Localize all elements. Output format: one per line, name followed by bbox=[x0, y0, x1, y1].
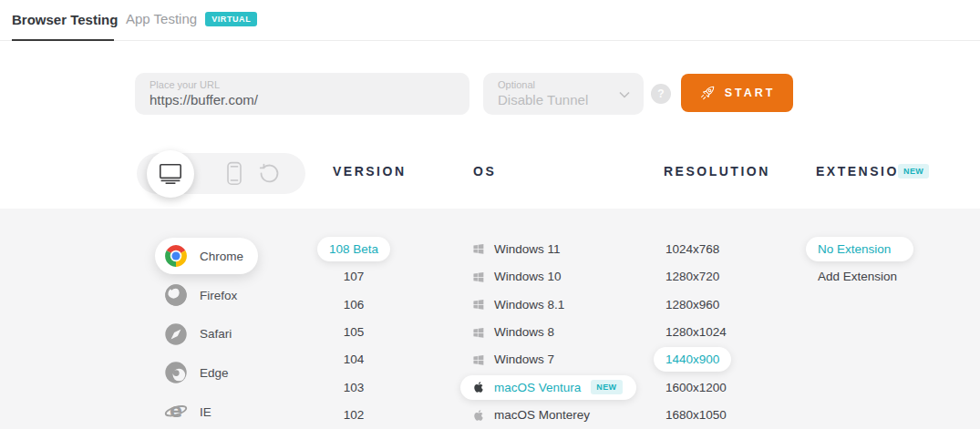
version-header: VERSION bbox=[333, 164, 407, 179]
os-header: OS bbox=[473, 164, 496, 179]
version-option[interactable]: 105 bbox=[332, 320, 377, 344]
os-label: Windows 8.1 bbox=[494, 298, 564, 312]
tunnel-value: Disable Tunnel bbox=[498, 91, 629, 109]
version-option[interactable]: 102 bbox=[332, 403, 377, 427]
browser-label: Safari bbox=[200, 327, 232, 341]
virtual-badge: VIRTUAL bbox=[205, 12, 257, 26]
os-option-macos-ventura[interactable]: macOS Ventura NEW bbox=[460, 375, 636, 400]
resolution-option[interactable]: 1440x900 bbox=[654, 347, 731, 372]
resolution-header: RESOLUTION bbox=[664, 164, 770, 179]
active-tab-underline bbox=[12, 39, 114, 41]
windows-icon bbox=[471, 298, 486, 311]
browser-option-chrome[interactable]: Chrome bbox=[155, 238, 258, 274]
history-icon bbox=[258, 162, 281, 185]
extension-new-badge: NEW bbox=[898, 164, 929, 179]
windows-icon bbox=[471, 242, 486, 255]
resolution-option[interactable]: 1280x720 bbox=[654, 264, 731, 289]
resolution-option[interactable]: 1280x1024 bbox=[654, 320, 738, 344]
os-label: Windows 8 bbox=[494, 325, 554, 339]
version-option[interactable]: 104 bbox=[332, 347, 377, 372]
browser-option-edge[interactable]: Edge bbox=[155, 354, 243, 391]
desktop-icon bbox=[159, 163, 182, 185]
os-option-windows-10[interactable]: Windows 10 bbox=[460, 264, 575, 289]
tab-browser-testing[interactable]: Browser Testing bbox=[12, 12, 118, 27]
browser-item-edge: Edge bbox=[137, 353, 258, 393]
device-history-button[interactable] bbox=[258, 162, 281, 185]
chrome-icon bbox=[164, 244, 188, 268]
help-glyph: ? bbox=[657, 87, 664, 100]
rocket-icon bbox=[699, 85, 716, 101]
version-option[interactable]: 108 Beta bbox=[317, 237, 390, 261]
apple-icon bbox=[471, 380, 486, 394]
resolution-option[interactable]: 1680x1050 bbox=[654, 403, 738, 427]
os-label: macOS Monterey bbox=[494, 408, 590, 422]
apple-icon bbox=[471, 408, 486, 423]
tunnel-label: Optional bbox=[498, 78, 629, 91]
ie-icon: e bbox=[164, 400, 188, 424]
device-toggle bbox=[137, 153, 305, 194]
browser-option-safari[interactable]: Safari bbox=[155, 316, 246, 352]
browser-option-firefox[interactable]: Firefox bbox=[155, 277, 252, 313]
mobile-icon bbox=[226, 161, 242, 186]
os-option-windows-8-1[interactable]: Windows 8.1 bbox=[460, 292, 578, 317]
browser-label: IE bbox=[200, 405, 211, 419]
os-label: Windows 11 bbox=[494, 242, 561, 256]
extension-list: No Extension Add Extension bbox=[806, 235, 920, 291]
url-input-label: Place your URL bbox=[150, 78, 455, 91]
browser-label: Edge bbox=[200, 366, 229, 380]
browser-item-firefox: Firefox bbox=[137, 276, 258, 315]
browser-label: Chrome bbox=[200, 250, 243, 263]
url-input[interactable] bbox=[150, 91, 455, 109]
os-option-windows-7[interactable]: Windows 7 bbox=[460, 347, 568, 372]
browser-list: Chrome Firefox Safari bbox=[137, 237, 258, 429]
os-list: Windows 11 Windows 10 Windows 8.1 Window… bbox=[460, 235, 636, 429]
device-desktop-button[interactable] bbox=[147, 150, 194, 198]
tab-app-testing[interactable]: App Testing VIRTUAL bbox=[126, 11, 257, 26]
windows-icon bbox=[471, 271, 486, 283]
svg-text:e: e bbox=[170, 400, 182, 422]
windows-icon bbox=[471, 326, 486, 339]
resolution-option[interactable]: 1280x960 bbox=[654, 292, 731, 317]
edge-icon bbox=[164, 361, 188, 384]
start-button[interactable]: START bbox=[681, 74, 793, 112]
version-option[interactable]: 103 bbox=[332, 375, 377, 400]
browser-option-ie[interactable]: e IE bbox=[155, 393, 226, 429]
os-label: macOS Ventura bbox=[494, 381, 581, 394]
version-list: 108 Beta 107 106 105 104 103 102 bbox=[310, 235, 397, 429]
help-icon[interactable]: ? bbox=[651, 84, 671, 104]
extension-header: EXTENSION bbox=[816, 164, 910, 179]
top-tab-bar: Browser Testing App Testing VIRTUAL bbox=[0, 0, 980, 41]
browser-item-ie: e IE bbox=[137, 393, 258, 429]
os-option-macos-monterey[interactable]: macOS Monterey bbox=[460, 403, 603, 427]
windows-icon bbox=[471, 353, 486, 366]
os-new-badge: NEW bbox=[591, 380, 622, 394]
chevron-down-icon bbox=[619, 91, 630, 98]
version-option[interactable]: 107 bbox=[332, 264, 377, 289]
tab-app-testing-label: App Testing bbox=[126, 11, 197, 26]
firefox-icon bbox=[164, 283, 188, 307]
version-option[interactable]: 106 bbox=[332, 292, 377, 317]
tunnel-select[interactable]: Optional Disable Tunnel bbox=[483, 73, 644, 115]
extension-option-no-extension[interactable]: No Extension bbox=[806, 237, 913, 261]
resolution-option[interactable]: 1600x1200 bbox=[654, 375, 738, 400]
browser-label: Firefox bbox=[200, 289, 237, 302]
resolution-option[interactable]: 1024x768 bbox=[654, 237, 731, 261]
os-label: Windows 7 bbox=[494, 352, 554, 366]
start-button-label: START bbox=[725, 87, 776, 99]
os-label: Windows 10 bbox=[494, 270, 562, 283]
extension-option-add-extension[interactable]: Add Extension bbox=[806, 264, 920, 289]
os-option-windows-8[interactable]: Windows 8 bbox=[460, 320, 568, 344]
os-option-windows-11[interactable]: Windows 11 bbox=[460, 237, 574, 261]
device-mobile-button[interactable] bbox=[222, 161, 246, 186]
url-input-box: Place your URL bbox=[135, 73, 469, 115]
resolution-list: 1024x768 1280x720 1280x960 1280x1024 144… bbox=[654, 235, 738, 429]
safari-icon bbox=[164, 322, 188, 346]
browser-item-chrome: Chrome bbox=[137, 237, 258, 276]
browser-item-safari: Safari bbox=[137, 314, 258, 353]
